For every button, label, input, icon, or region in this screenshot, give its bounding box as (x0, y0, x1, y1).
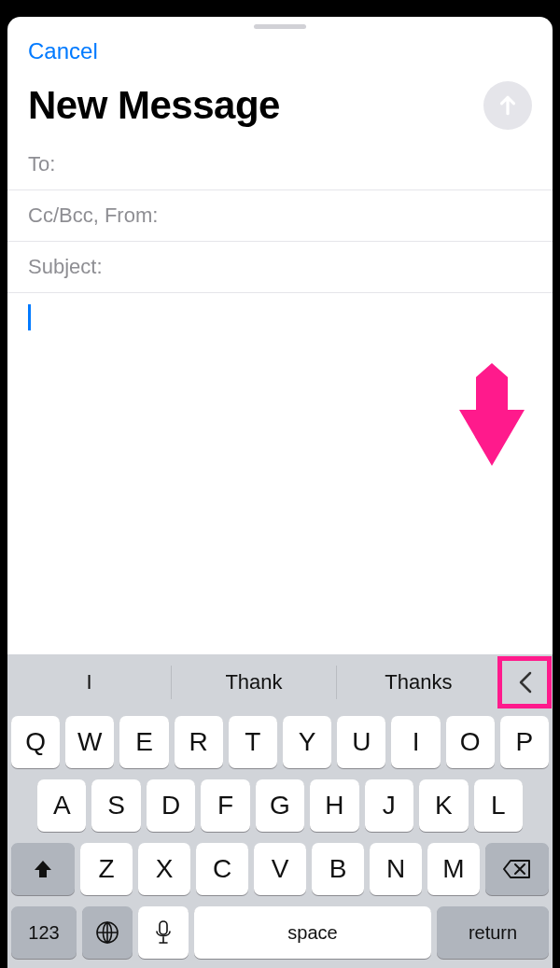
key-v[interactable]: V (254, 843, 306, 895)
cc-bcc-from-row[interactable]: Cc/Bcc, From: (7, 190, 553, 242)
subject-input[interactable] (108, 255, 533, 279)
numeric-key[interactable]: 123 (11, 906, 77, 959)
key-row-3: Z X C V B N M (7, 837, 553, 901)
return-key[interactable]: return (437, 906, 549, 959)
compose-sheet: Cancel New Message To: Cc/Bcc, From: Sub… (7, 17, 553, 968)
suggestion-1[interactable]: I (7, 654, 171, 710)
subject-label: Subject: (28, 255, 103, 279)
delete-icon (503, 859, 531, 879)
globe-icon (95, 920, 119, 945)
to-field-row[interactable]: To: (7, 139, 553, 190)
key-w[interactable]: W (65, 716, 114, 768)
key-i[interactable]: I (391, 716, 440, 768)
delete-key[interactable] (485, 843, 549, 895)
key-row-2: A S D F G H J K L (7, 774, 553, 837)
key-k[interactable]: K (419, 779, 468, 832)
text-cursor (28, 304, 31, 330)
key-f[interactable]: F (201, 779, 249, 832)
key-j[interactable]: J (365, 779, 413, 832)
suggestion-bar: I Thank Thanks (7, 654, 553, 710)
microphone-icon (155, 920, 172, 945)
key-row-4: 123 space return (7, 901, 553, 964)
key-u[interactable]: U (337, 716, 385, 768)
annotation-arrow-icon (459, 358, 525, 470)
key-y[interactable]: Y (283, 716, 331, 768)
suggestion-2[interactable]: Thank (172, 654, 335, 710)
space-key[interactable]: space (194, 906, 431, 959)
arrow-up-icon (496, 93, 520, 118)
message-body[interactable] (7, 293, 553, 654)
suggestion-3[interactable]: Thanks (337, 654, 500, 710)
key-d[interactable]: D (147, 779, 195, 832)
dictation-key[interactable] (138, 906, 189, 959)
to-label: To: (28, 152, 55, 176)
globe-key[interactable] (82, 906, 133, 959)
key-g[interactable]: G (256, 779, 304, 832)
key-x[interactable]: X (138, 843, 190, 895)
shift-key[interactable] (11, 843, 75, 895)
to-input[interactable] (61, 152, 532, 176)
key-s[interactable]: S (91, 779, 140, 832)
cc-input[interactable] (163, 203, 532, 228)
key-n[interactable]: N (370, 843, 422, 895)
key-l[interactable]: L (474, 779, 523, 832)
shift-icon (32, 858, 54, 880)
sheet-grabber[interactable] (254, 24, 306, 29)
svg-rect-1 (160, 921, 167, 934)
key-a[interactable]: A (37, 779, 86, 832)
key-b[interactable]: B (312, 843, 364, 895)
key-row-1: Q W E R T Y U I O P (7, 710, 553, 774)
chevron-left-icon (517, 669, 536, 695)
page-title: New Message (28, 83, 280, 128)
key-z[interactable]: Z (80, 843, 133, 895)
key-o[interactable]: O (446, 716, 495, 768)
cc-label: Cc/Bcc, From: (28, 203, 158, 228)
key-q[interactable]: Q (11, 716, 60, 768)
suggestion-expand-button[interactable] (500, 654, 553, 710)
keyboard: I Thank Thanks Q W E R T Y U I O P A (7, 654, 553, 968)
key-m[interactable]: M (427, 843, 480, 895)
key-h[interactable]: H (310, 779, 358, 832)
cancel-button[interactable]: Cancel (28, 38, 98, 64)
subject-field-row[interactable]: Subject: (7, 242, 553, 293)
send-button[interactable] (483, 81, 532, 130)
key-e[interactable]: E (119, 716, 168, 768)
key-t[interactable]: T (229, 716, 277, 768)
key-c[interactable]: C (196, 843, 248, 895)
key-p[interactable]: P (500, 716, 549, 768)
key-r[interactable]: R (175, 716, 223, 768)
